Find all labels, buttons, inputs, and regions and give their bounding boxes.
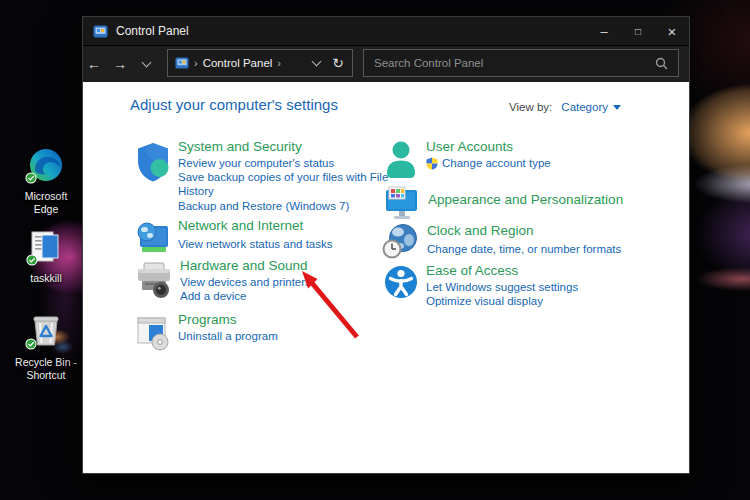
titlebar[interactable]: Control Panel – □ × — [83, 17, 689, 45]
address-dropdown-button[interactable] — [313, 61, 320, 65]
task-link[interactable]: Change account type — [442, 156, 551, 170]
user-accounts-icon[interactable] — [384, 140, 418, 184]
desktop-icon-label: Recycle Bin - Shortcut — [10, 356, 82, 382]
maximize-button[interactable]: □ — [621, 17, 655, 45]
breadcrumb-separator: › — [194, 57, 198, 69]
system-security-shield-icon[interactable] — [136, 142, 170, 213]
back-button[interactable]: ← — [83, 46, 105, 82]
category-title[interactable]: Clock and Region — [427, 223, 663, 239]
recent-pages-button[interactable] — [135, 46, 157, 82]
window-title: Control Panel — [116, 24, 189, 38]
task-link[interactable]: Let Windows suggest settings — [426, 280, 662, 294]
category-title[interactable]: Programs — [178, 312, 390, 328]
task-link[interactable]: Change date, time, or number formats — [427, 242, 663, 256]
task-link[interactable]: Optimize visual display — [426, 294, 662, 308]
minimize-button[interactable]: – — [587, 17, 621, 45]
close-button[interactable]: × — [655, 17, 689, 45]
clock-globe-icon[interactable] — [382, 223, 419, 264]
network-monitor-icon[interactable] — [136, 221, 170, 261]
search-input[interactable] — [364, 57, 655, 69]
desktop-icon-taskkill[interactable]: taskkill — [14, 230, 78, 285]
sync-check-badge-icon — [25, 170, 37, 188]
batch-file-icon — [30, 230, 62, 268]
task-link[interactable]: View devices and printers — [180, 275, 392, 289]
breadcrumb-separator[interactable]: › — [277, 57, 281, 69]
desktop-icon-label: taskkill — [30, 272, 62, 285]
refresh-button[interactable]: ↻ — [332, 55, 344, 71]
category-appearance-and-personalization: Appearance and Personalization — [384, 186, 664, 226]
view-by-category-dropdown[interactable]: Category — [561, 101, 608, 113]
view-by-label: View by: — [509, 101, 552, 113]
category-programs: Programs Uninstall a program — [136, 312, 390, 355]
dropdown-triangle-icon[interactable] — [613, 105, 621, 110]
sync-check-badge-icon — [26, 252, 38, 270]
ease-of-access-icon[interactable] — [384, 265, 418, 308]
category-title[interactable]: System and Security — [178, 139, 390, 155]
task-link[interactable]: Save backup copies of your files with Fi… — [178, 170, 390, 198]
sync-check-badge-icon — [25, 336, 37, 354]
search-box[interactable] — [363, 49, 679, 77]
control-panel-crumb-icon — [175, 56, 189, 70]
printer-icon[interactable] — [136, 262, 172, 304]
edge-icon — [29, 148, 63, 186]
recycle-bin-icon — [29, 312, 63, 352]
category-ease-of-access: Ease of Access Let Windows suggest setti… — [384, 263, 662, 308]
uac-shield-icon — [426, 157, 438, 170]
back-icon: ← — [87, 57, 101, 71]
category-title[interactable]: Hardware and Sound — [180, 258, 392, 274]
category-clock-and-region: Clock and Region Change date, time, or n… — [382, 223, 663, 264]
navigation-bar: ← → ↑ › Control Panel › ↻ — [83, 45, 689, 82]
programs-icon[interactable] — [136, 315, 170, 355]
chevron-down-icon — [141, 58, 151, 68]
category-title[interactable]: Network and Internet — [178, 218, 390, 234]
category-network-and-internet: Network and Internet View network status… — [136, 218, 390, 261]
control-panel-window: Control Panel – □ × ← → ↑ › Control Pane… — [82, 16, 690, 474]
category-hardware-and-sound: Hardware and Sound View devices and prin… — [136, 258, 392, 304]
search-icon[interactable] — [655, 57, 668, 70]
category-title[interactable]: User Accounts — [426, 139, 662, 155]
address-bar[interactable]: › Control Panel › ↻ — [167, 49, 353, 77]
page-title: Adjust your computer's settings — [130, 96, 338, 113]
view-by-control: View by: Category — [509, 101, 621, 113]
category-user-accounts: User Accounts Change — [384, 139, 662, 184]
category-system-and-security: System and Security Review your computer… — [136, 139, 390, 213]
task-link[interactable]: Uninstall a program — [178, 329, 390, 343]
appearance-monitor-icon[interactable] — [384, 186, 420, 226]
desktop-icon-microsoft-edge[interactable]: Microsoft Edge — [14, 148, 78, 216]
desktop-icon-label: Microsoft Edge — [14, 190, 78, 216]
task-link[interactable]: Backup and Restore (Windows 7) — [178, 199, 390, 213]
task-link[interactable]: View network status and tasks — [178, 237, 390, 251]
desktop-icon-recycle-bin-shortcut[interactable]: Recycle Bin - Shortcut — [10, 312, 82, 382]
task-link[interactable]: Add a device — [180, 289, 392, 303]
breadcrumb-control-panel[interactable]: Control Panel — [203, 57, 273, 69]
control-panel-home: Adjust your computer's settings View by:… — [83, 82, 689, 473]
forward-button[interactable]: → — [109, 46, 131, 82]
forward-icon: → — [113, 57, 127, 71]
category-title[interactable]: Ease of Access — [426, 263, 662, 279]
chevron-down-icon — [312, 57, 322, 67]
control-panel-app-icon — [93, 24, 108, 39]
category-title[interactable]: Appearance and Personalization — [428, 192, 664, 208]
task-link[interactable]: Review your computer's status — [178, 156, 390, 170]
